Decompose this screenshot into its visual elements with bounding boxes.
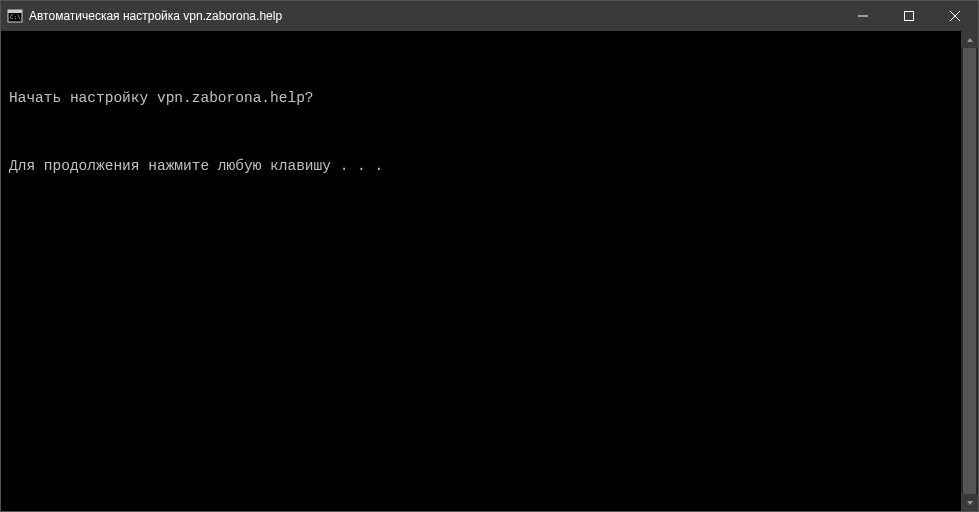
scrollbar-thumb[interactable] [963,48,976,494]
svg-text:C:\: C:\ [10,13,21,20]
svg-rect-4 [905,12,914,21]
close-button[interactable] [932,1,978,31]
window-title: Автоматическая настройка vpn.zaborona.he… [29,9,840,23]
console-window: C:\ Автоматическая настройка vpn.zaboron… [0,0,979,512]
scrollbar-track[interactable] [961,48,978,494]
app-icon: C:\ [7,8,23,24]
maximize-button[interactable] [886,1,932,31]
scroll-up-button[interactable] [961,31,978,48]
svg-marker-8 [967,501,973,505]
vertical-scrollbar[interactable] [961,31,978,511]
terminal-line: Для продолжения нажмите любую клавишу . … [9,158,953,175]
scroll-down-button[interactable] [961,494,978,511]
terminal-line: Начать настройку vpn.zaborona.help? [9,90,953,107]
content-area: Начать настройку vpn.zaborona.help? Для … [1,31,978,511]
terminal-output[interactable]: Начать настройку vpn.zaborona.help? Для … [1,31,961,511]
minimize-button[interactable] [840,1,886,31]
window-controls [840,1,978,31]
svg-marker-7 [967,38,973,42]
titlebar[interactable]: C:\ Автоматическая настройка vpn.zaboron… [1,1,978,31]
